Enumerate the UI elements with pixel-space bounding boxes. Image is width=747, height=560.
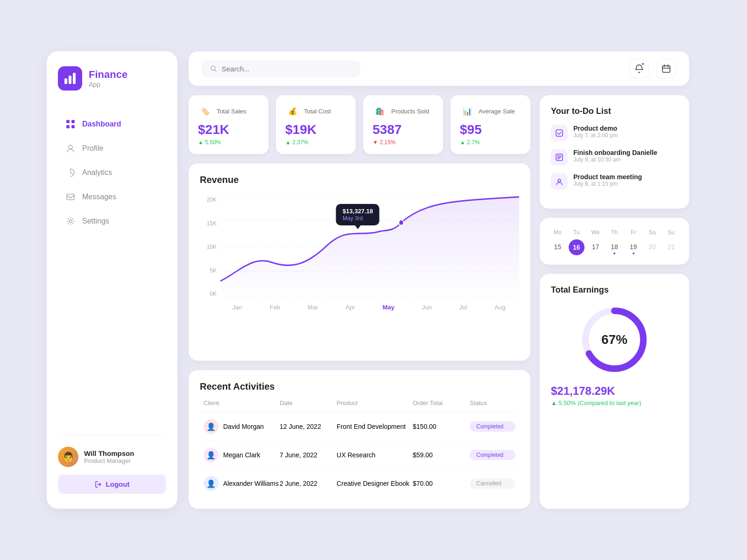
- notification-dot: [641, 62, 645, 66]
- stat-change-sales: ▲ 5.50%: [198, 139, 259, 146]
- table-header: Client Date Product Order Total Status: [200, 399, 519, 413]
- dollar-icon: 💰: [285, 104, 300, 119]
- chart-tooltip: $13,327.18 May 3rd: [336, 204, 380, 229]
- sidebar-label-analytics: Analytics: [82, 168, 112, 177]
- stat-label-products: Products Sold: [391, 108, 429, 115]
- todo-text: Product team meeting July 8, at 1:15 pm: [573, 173, 642, 187]
- svg-rect-5: [66, 125, 70, 128]
- sidebar: Finance App Dashboard: [47, 51, 177, 509]
- sidebar-item-profile[interactable]: Profile: [58, 137, 166, 160]
- svg-rect-18: [556, 130, 563, 136]
- calendar-card: Mo Tu We Th Fr Sa Su 15 16 17 18 19: [540, 218, 689, 265]
- logo-area: Finance App: [58, 66, 166, 91]
- search-icon: [210, 65, 217, 72]
- settings-icon: [65, 216, 76, 226]
- stat-label-cost: Total Cost: [304, 108, 331, 115]
- sidebar-label-messages: Messages: [82, 193, 116, 201]
- table-row: 👤 Alexander Williams 2 June, 2022 Creati…: [200, 469, 519, 497]
- cal-day-20[interactable]: 20: [644, 239, 661, 255]
- logout-icon: [95, 481, 102, 488]
- svg-rect-4: [71, 120, 75, 123]
- svg-rect-3: [66, 120, 70, 123]
- donut-chart: 67%: [577, 302, 652, 377]
- svg-point-20: [558, 179, 561, 182]
- cal-day-21[interactable]: 21: [662, 239, 680, 255]
- nav-menu: Dashboard Profile Analyt: [58, 113, 166, 435]
- user-details: Will Thompson Product Manager: [84, 449, 134, 464]
- table-row: 👤 David Morgan 12 June, 2022 Front End D…: [200, 413, 519, 441]
- logo-text: Finance App: [89, 69, 127, 88]
- notification-button[interactable]: [629, 59, 649, 78]
- recent-activities-card: Recent Activities Client Date Product Or…: [189, 370, 530, 509]
- status-badge: Completed: [470, 450, 515, 460]
- todo-icon-onboarding: [551, 149, 568, 166]
- sidebar-item-settings[interactable]: Settings: [58, 210, 166, 232]
- cal-day-19[interactable]: 19: [625, 239, 642, 255]
- svg-rect-0: [64, 78, 67, 84]
- stat-value-products: 5387: [373, 122, 434, 137]
- chart-icon: 📊: [460, 104, 475, 119]
- bag-icon: 🛍️: [373, 104, 388, 119]
- status-badge: Cancelled: [470, 478, 515, 489]
- client-cell: 👤 David Morgan: [204, 419, 280, 434]
- chart-x-labels: Jan Feb Mar Apr May Jun Jul Aug: [200, 304, 519, 311]
- header: [189, 51, 689, 86]
- earnings-card: Total Earnings 67%: [540, 274, 689, 509]
- svg-rect-2: [73, 73, 76, 84]
- calendar-days-header: Mo Tu We Th Fr Sa Su: [549, 227, 680, 238]
- search-input[interactable]: [222, 65, 352, 73]
- calendar-button[interactable]: [656, 59, 676, 78]
- todo-icon-meeting: [551, 173, 568, 190]
- stat-card-average-sale: 📊 Average Sale $95 ▲ 2.7%: [451, 95, 530, 154]
- svg-rect-11: [662, 66, 670, 72]
- stat-value-sales: $21K: [198, 122, 259, 137]
- stat-value-cost: $19K: [285, 122, 346, 137]
- revenue-chart-card: Revenue 20K 15K 10K 5K 0K: [189, 163, 530, 361]
- left-panel: 🏷️ Total Sales $21K ▲ 5.50% 💰 Total Cost…: [189, 95, 530, 509]
- client-cell: 👤 Alexander Williams: [204, 476, 280, 491]
- earnings-change: ▲ 5.50% (Compared to last year): [551, 399, 678, 406]
- user-role: Product Manager: [84, 457, 134, 464]
- todo-icon-demo: [551, 125, 568, 141]
- profile-icon: [65, 143, 76, 154]
- analytics-icon: [65, 168, 76, 178]
- client-avatar: 👤: [204, 419, 218, 434]
- calendar-dates: 15 16 17 18 19 20 21: [549, 239, 680, 255]
- stat-label-sales: Total Sales: [217, 108, 247, 115]
- todo-item: Finish onboarding Danielle July 8, at 10…: [551, 149, 678, 166]
- sidebar-item-dashboard[interactable]: Dashboard: [58, 113, 166, 135]
- content-area: 🏷️ Total Sales $21K ▲ 5.50% 💰 Total Cost…: [189, 95, 689, 509]
- sidebar-item-analytics[interactable]: Analytics: [58, 161, 166, 184]
- avatar-image: 👨: [58, 447, 78, 467]
- calendar-icon: [662, 64, 671, 73]
- cal-day-16[interactable]: 16: [569, 239, 585, 255]
- stat-change-cost: ▲ 2.37%: [285, 139, 346, 146]
- cal-day-15[interactable]: 15: [549, 239, 566, 255]
- search-box[interactable]: [202, 60, 360, 77]
- logout-button[interactable]: Logout: [58, 475, 166, 494]
- sidebar-label-dashboard: Dashboard: [82, 120, 121, 128]
- svg-rect-6: [71, 125, 75, 128]
- logo-icon: [58, 66, 82, 91]
- todo-text: Product demo July 7, at 2:00 pm: [573, 125, 618, 139]
- sidebar-item-messages[interactable]: Messages: [58, 186, 166, 208]
- sidebar-label-settings: Settings: [82, 217, 109, 225]
- tooltip-date: May 3rd: [343, 215, 363, 222]
- todo-item: Product demo July 7, at 2:00 pm: [551, 125, 678, 141]
- table-row: 👤 Megan Clark 7 June, 2022 UX Research $…: [200, 441, 519, 469]
- sidebar-label-profile: Profile: [82, 144, 103, 153]
- stat-change-avg: ▲ 2.7%: [460, 139, 521, 146]
- donut-container: 67%: [551, 302, 678, 377]
- cal-day-18[interactable]: 18: [606, 239, 623, 255]
- earnings-value: $21,178.29K: [551, 385, 678, 398]
- user-info: 👨 Will Thompson Product Manager: [58, 447, 166, 467]
- todo-card: Your to-Do List Product demo July 7, at …: [540, 95, 689, 209]
- earnings-title: Total Earnings: [551, 285, 678, 295]
- price-tag-icon: 🏷️: [198, 104, 213, 119]
- todo-title: Your to-Do List: [551, 106, 678, 116]
- cal-day-17[interactable]: 17: [587, 239, 604, 255]
- svg-rect-1: [69, 76, 71, 84]
- activities-title: Recent Activities: [200, 381, 519, 392]
- stat-card-total-sales: 🏷️ Total Sales $21K ▲ 5.50%: [189, 95, 268, 154]
- stat-card-products-sold: 🛍️ Products Sold 5387 ▼ 2.15%: [363, 95, 443, 154]
